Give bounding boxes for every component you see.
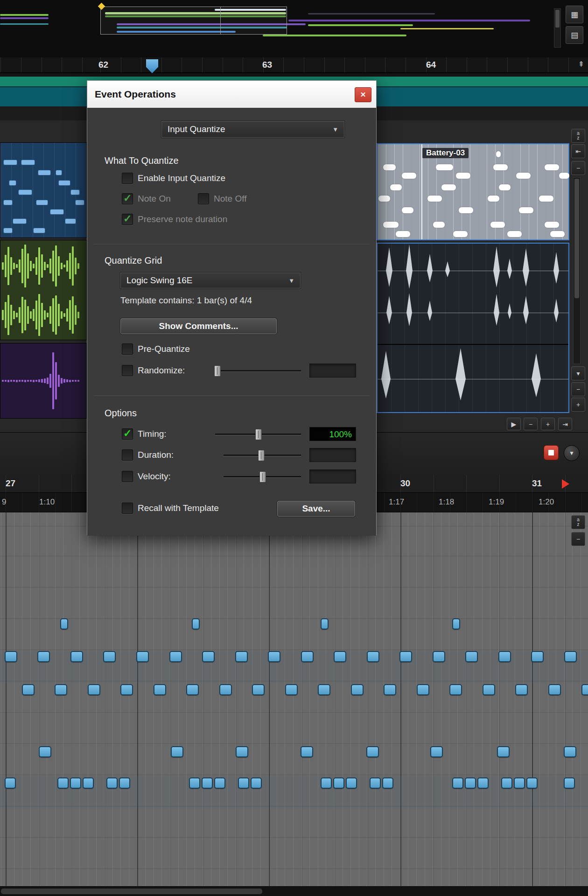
snap-left-button[interactable]: ⇤ — [571, 144, 585, 158]
midi-note[interactable] — [83, 777, 94, 789]
midi-note[interactable] — [564, 651, 577, 662]
zoom-out-v-button[interactable]: − — [571, 532, 585, 546]
timing-slider[interactable] — [215, 428, 301, 440]
timeline-ruler-top[interactable]: ⇞ 626364 — [0, 57, 588, 73]
quantize-grid-select[interactable]: Logic Swing 16E ▼ — [120, 273, 301, 288]
show-comments-button[interactable]: Show Comments... — [120, 318, 277, 334]
enable-input-quantize-checkbox[interactable]: Enable Input Quantize — [122, 172, 225, 184]
midi-note[interactable] — [465, 777, 476, 789]
velocity-value[interactable] — [309, 469, 356, 483]
midi-note[interactable] — [236, 746, 248, 757]
midi-note[interactable] — [452, 618, 460, 630]
midi-note[interactable] — [219, 684, 232, 695]
timing-value[interactable]: 100% — [309, 427, 356, 441]
midi-note[interactable] — [321, 618, 329, 630]
midi-note[interactable] — [531, 651, 544, 662]
midi-note[interactable] — [318, 684, 330, 695]
menu-dropdown-button[interactable]: ▼ — [564, 445, 580, 461]
note-on-checkbox[interactable]: Note On — [122, 193, 171, 205]
midi-note[interactable] — [22, 684, 35, 695]
dialog-close-button[interactable]: ✕ — [355, 87, 371, 102]
right-audio-clip[interactable] — [377, 243, 569, 413]
midi-note[interactable] — [526, 777, 538, 789]
sort-notes-button[interactable]: a z — [571, 515, 585, 529]
slider-thumb[interactable] — [214, 365, 221, 377]
midi-note[interactable] — [57, 777, 69, 789]
dialog-titlebar[interactable]: Event Operations ✕ — [87, 81, 376, 108]
navigator-scrollbar[interactable] — [554, 8, 561, 48]
h-zoom-out-button[interactable]: − — [524, 418, 538, 430]
midi-note[interactable] — [186, 684, 199, 695]
midi-note[interactable] — [366, 746, 379, 757]
recall-with-template-checkbox[interactable]: Recall with Template — [122, 502, 219, 514]
midi-note[interactable] — [88, 684, 100, 695]
midi-note[interactable] — [106, 777, 118, 789]
slider-thumb[interactable] — [259, 471, 266, 483]
midi-note[interactable] — [235, 651, 248, 662]
randomize-slider[interactable] — [215, 364, 301, 377]
midi-note[interactable] — [136, 651, 149, 662]
midi-note[interactable] — [214, 777, 225, 789]
duration-value[interactable] — [309, 448, 356, 462]
randomize-checkbox[interactable]: Randomize: — [122, 364, 185, 377]
stop-button[interactable] — [544, 445, 559, 460]
midi-note[interactable] — [268, 651, 280, 662]
midi-note[interactable] — [251, 777, 262, 789]
editor-scrollbar-thumb[interactable] — [574, 179, 579, 298]
midi-note[interactable] — [498, 651, 511, 662]
midi-note[interactable] — [169, 651, 182, 662]
pre-quantize-checkbox[interactable]: Pre-Quantize — [122, 343, 190, 355]
midi-note[interactable] — [351, 684, 364, 695]
midi-note[interactable] — [202, 651, 215, 662]
preserve-duration-checkbox[interactable]: Preserve note duration — [122, 213, 227, 225]
midi-note[interactable] — [581, 684, 588, 695]
midi-note[interactable] — [103, 651, 116, 662]
note-off-checkbox[interactable]: Note Off — [198, 193, 246, 205]
midi-note[interactable] — [515, 684, 528, 695]
midi-note[interactable] — [238, 777, 249, 789]
midi-note[interactable] — [154, 684, 166, 695]
midi-note[interactable] — [285, 684, 298, 695]
midi-note[interactable] — [433, 651, 445, 662]
midi-note[interactable] — [192, 618, 200, 630]
matrix-view-button[interactable]: ▦ — [566, 6, 583, 23]
midi-note[interactable] — [37, 651, 50, 662]
midi-note[interactable] — [119, 777, 130, 789]
midi-note[interactable] — [370, 777, 381, 789]
green-audio-clip[interactable] — [0, 240, 87, 340]
midi-note[interactable] — [5, 651, 17, 662]
midi-note[interactable] — [60, 618, 68, 630]
midi-note[interactable] — [171, 746, 183, 757]
operation-select[interactable]: Input Quantize ▼ — [161, 121, 344, 138]
midi-note[interactable] — [564, 777, 575, 789]
midi-note[interactable] — [452, 777, 463, 789]
midi-note[interactable] — [5, 777, 16, 789]
midi-note[interactable] — [417, 684, 429, 695]
midi-note[interactable] — [39, 746, 51, 757]
midi-note[interactable] — [384, 684, 396, 695]
navigator-viewport[interactable] — [100, 7, 287, 35]
purple-audio-clip[interactable] — [0, 343, 87, 419]
track-view-button[interactable]: ▤ — [566, 26, 583, 44]
midi-note[interactable] — [189, 777, 200, 789]
navigator-scrollbar-thumb[interactable] — [555, 10, 560, 28]
midi-note[interactable] — [477, 777, 489, 789]
playhead-marker-blue[interactable] — [146, 59, 158, 73]
battery-clip[interactable]: Battery-03 — [377, 143, 569, 240]
v-zoom-out-button[interactable]: − — [571, 382, 585, 396]
midi-note[interactable] — [548, 684, 561, 695]
midi-note[interactable] — [252, 684, 265, 695]
save-button[interactable]: Save... — [277, 501, 355, 517]
horizontal-scrollbar[interactable] — [0, 886, 588, 896]
ruler-corner-icon[interactable]: ⇞ — [578, 60, 584, 69]
zoom-out-v-button[interactable]: − — [571, 161, 585, 175]
duration-checkbox[interactable]: Duration: — [122, 449, 174, 461]
midi-note[interactable] — [382, 777, 393, 789]
midi-note[interactable] — [430, 746, 443, 757]
sort-notes-button[interactable]: a z — [571, 129, 585, 143]
midi-note[interactable] — [367, 651, 379, 662]
playhead-marker-red[interactable] — [562, 479, 569, 489]
play-from-button[interactable]: ▶ — [507, 418, 521, 430]
midi-note[interactable] — [346, 777, 357, 789]
midi-note[interactable] — [497, 746, 510, 757]
